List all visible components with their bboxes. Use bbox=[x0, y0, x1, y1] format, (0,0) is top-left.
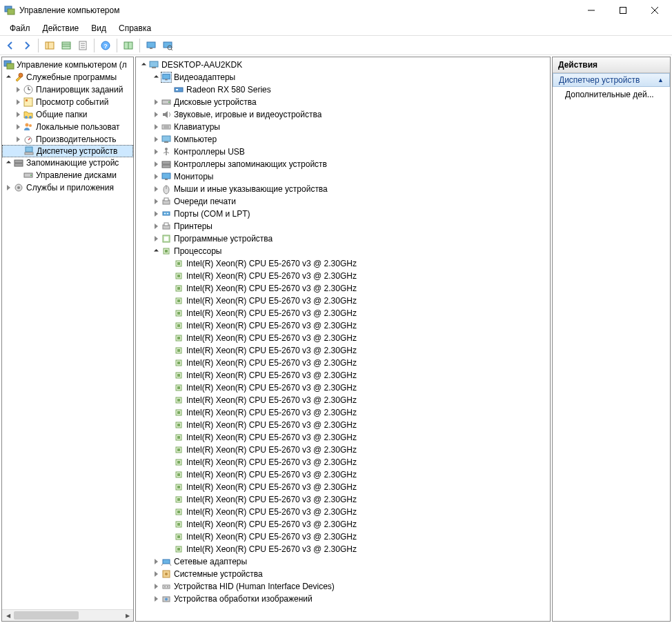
tree-sound[interactable]: Звуковые, игровые и видеоустройства bbox=[136, 108, 550, 121]
console-tree[interactable]: Управление компьютером (л Служебные прог… bbox=[2, 57, 133, 195]
monitor-button[interactable] bbox=[144, 38, 159, 53]
tree-keyboards[interactable]: Клавиатуры bbox=[136, 121, 550, 133]
tree-cpu-instance[interactable]: Intel(R) Xeon(R) CPU E5-2670 v3 @ 2.30GH… bbox=[136, 369, 550, 382]
tree-imaging[interactable]: Устройства обработки изображений bbox=[136, 593, 550, 605]
tree-root[interactable]: Управление компьютером (л bbox=[2, 59, 133, 71]
expand-toggle[interactable] bbox=[151, 250, 161, 253]
expand-toggle[interactable] bbox=[151, 211, 161, 217]
tree-host[interactable]: DESKTOP-AAU2KDK bbox=[136, 59, 550, 71]
tree-system-tools[interactable]: Служебные программы bbox=[2, 71, 133, 83]
actions-more-link[interactable]: Дополнительные дей... bbox=[553, 87, 670, 102]
minimize-button[interactable] bbox=[575, 0, 607, 21]
tree-disk-devices[interactable]: Дисковые устройства bbox=[136, 96, 550, 108]
scan-button[interactable] bbox=[160, 38, 175, 53]
tree-cpu-instance[interactable]: Intel(R) Xeon(R) CPU E5-2670 v3 @ 2.30GH… bbox=[136, 493, 550, 506]
tree-cpu-instance[interactable]: Intel(R) Xeon(R) CPU E5-2670 v3 @ 2.30GH… bbox=[136, 518, 550, 531]
scroll-left-button[interactable]: ◀ bbox=[2, 610, 14, 621]
expand-toggle[interactable] bbox=[151, 161, 161, 167]
expand-toggle[interactable] bbox=[151, 596, 161, 602]
tree-cpu-instance[interactable]: Intel(R) Xeon(R) CPU E5-2670 v3 @ 2.30GH… bbox=[136, 444, 550, 456]
tree-cpu-instance[interactable]: Intel(R) Xeon(R) CPU E5-2670 v3 @ 2.30GH… bbox=[136, 382, 550, 394]
expand-toggle[interactable] bbox=[151, 112, 161, 117]
expand-toggle[interactable] bbox=[151, 137, 161, 142]
expand-toggle[interactable] bbox=[151, 224, 161, 229]
actions-subheader[interactable]: Диспетчер устройств ▲ bbox=[553, 73, 670, 87]
tree-mice[interactable]: Мыши и иные указывающие устройства bbox=[136, 183, 550, 195]
tree-cpu-instance[interactable]: Intel(R) Xeon(R) CPU E5-2670 v3 @ 2.30GH… bbox=[136, 307, 550, 319]
expand-toggle[interactable] bbox=[151, 584, 161, 589]
expand-toggle[interactable] bbox=[13, 124, 23, 130]
expand-toggle[interactable] bbox=[151, 149, 161, 155]
tree-local-users[interactable]: Локальные пользоват bbox=[2, 121, 133, 133]
expand-toggle[interactable] bbox=[151, 76, 161, 79]
horizontal-scrollbar[interactable]: ◀ ▶ bbox=[2, 609, 133, 621]
tree-cpu-instance[interactable]: Intel(R) Xeon(R) CPU E5-2670 v3 @ 2.30GH… bbox=[136, 344, 550, 357]
refresh-button[interactable] bbox=[121, 38, 136, 53]
tree-cpu-instance[interactable]: Intel(R) Xeon(R) CPU E5-2670 v3 @ 2.30GH… bbox=[136, 332, 550, 344]
tree-performance[interactable]: Производительность bbox=[2, 133, 133, 146]
expand-toggle[interactable] bbox=[151, 124, 161, 130]
tree-network[interactable]: Сетевые адаптеры bbox=[136, 555, 550, 568]
tree-usb[interactable]: Контроллеры USB bbox=[136, 146, 550, 158]
tree-disk-management[interactable]: Управление дисками bbox=[2, 169, 133, 181]
tree-cpu-instance[interactable]: Intel(R) Xeon(R) CPU E5-2670 v3 @ 2.30GH… bbox=[136, 543, 550, 555]
expand-toggle[interactable] bbox=[151, 174, 161, 179]
tree-device-manager[interactable]: Диспетчер устройств bbox=[2, 145, 133, 157]
expand-toggle[interactable] bbox=[13, 137, 23, 142]
view-button[interactable] bbox=[59, 38, 74, 53]
tree-shared-folders[interactable]: Общие папки bbox=[2, 108, 133, 121]
tree-cpu-instance[interactable]: Intel(R) Xeon(R) CPU E5-2670 v3 @ 2.30GH… bbox=[136, 531, 550, 543]
expand-toggle[interactable] bbox=[13, 87, 23, 92]
scroll-thumb[interactable] bbox=[14, 611, 79, 620]
tree-processors[interactable]: Процессоры bbox=[136, 245, 550, 257]
tree-storage[interactable]: Запоминающие устройс bbox=[2, 157, 133, 169]
expand-toggle[interactable] bbox=[151, 199, 161, 204]
tree-printers[interactable]: Принтеры bbox=[136, 220, 550, 233]
tree-cpu-instance[interactable]: Intel(R) Xeon(R) CPU E5-2670 v3 @ 2.30GH… bbox=[136, 456, 550, 468]
tree-monitors[interactable]: Мониторы bbox=[136, 170, 550, 183]
tree-cpu-instance[interactable]: Intel(R) Xeon(R) CPU E5-2670 v3 @ 2.30GH… bbox=[136, 295, 550, 307]
tree-cpu-instance[interactable]: Intel(R) Xeon(R) CPU E5-2670 v3 @ 2.30GH… bbox=[136, 481, 550, 493]
properties-button[interactable] bbox=[75, 38, 90, 53]
menu-help[interactable]: Справка bbox=[113, 22, 157, 34]
tree-hid[interactable]: Устройства HID (Human Interface Devices) bbox=[136, 580, 550, 593]
forward-button[interactable] bbox=[19, 38, 34, 53]
expand-toggle[interactable] bbox=[151, 236, 161, 241]
scroll-right-button[interactable]: ▶ bbox=[121, 610, 133, 621]
tree-cpu-instance[interactable]: Intel(R) Xeon(R) CPU E5-2670 v3 @ 2.30GH… bbox=[136, 319, 550, 332]
expand-toggle[interactable] bbox=[151, 99, 161, 105]
close-button[interactable] bbox=[639, 0, 671, 21]
back-button[interactable] bbox=[3, 38, 18, 53]
tree-cpu-instance[interactable]: Intel(R) Xeon(R) CPU E5-2670 v3 @ 2.30GH… bbox=[136, 406, 550, 419]
expand-toggle[interactable] bbox=[139, 63, 148, 67]
tree-ports[interactable]: Порты (COM и LPT) bbox=[136, 208, 550, 220]
tree-cpu-instance[interactable]: Intel(R) Xeon(R) CPU E5-2670 v3 @ 2.30GH… bbox=[136, 270, 550, 282]
device-tree[interactable]: DESKTOP-AAU2KDKВидеоадаптерыRadeon RX 58… bbox=[136, 57, 550, 606]
tree-task-scheduler[interactable]: Планировщик заданий bbox=[2, 83, 133, 96]
menu-file[interactable]: Файл bbox=[4, 22, 36, 34]
maximize-button[interactable] bbox=[607, 0, 639, 21]
help-button[interactable]: ? bbox=[98, 38, 113, 53]
tree-services[interactable]: Службы и приложения bbox=[2, 181, 133, 194]
tree-cpu-instance[interactable]: Intel(R) Xeon(R) CPU E5-2670 v3 @ 2.30GH… bbox=[136, 431, 550, 444]
expand-toggle[interactable] bbox=[3, 76, 13, 79]
tree-cpu-instance[interactable]: Intel(R) Xeon(R) CPU E5-2670 v3 @ 2.30GH… bbox=[136, 468, 550, 481]
menu-view[interactable]: Вид bbox=[86, 22, 112, 34]
tree-gpu[interactable]: Radeon RX 580 Series bbox=[136, 83, 550, 96]
tree-cpu-instance[interactable]: Intel(R) Xeon(R) CPU E5-2670 v3 @ 2.30GH… bbox=[136, 419, 550, 431]
tree-cpu-instance[interactable]: Intel(R) Xeon(R) CPU E5-2670 v3 @ 2.30GH… bbox=[136, 506, 550, 518]
expand-toggle[interactable] bbox=[13, 99, 23, 105]
expand-toggle[interactable] bbox=[151, 186, 161, 192]
tree-event-viewer[interactable]: Просмотр событий bbox=[2, 96, 133, 108]
tree-cpu-instance[interactable]: Intel(R) Xeon(R) CPU E5-2670 v3 @ 2.30GH… bbox=[136, 282, 550, 295]
expand-toggle[interactable] bbox=[13, 112, 23, 117]
expand-toggle[interactable] bbox=[151, 571, 161, 577]
expand-toggle[interactable] bbox=[151, 559, 161, 564]
menu-action[interactable]: Действие bbox=[37, 22, 85, 34]
expand-toggle[interactable] bbox=[3, 161, 13, 165]
tree-storage-controllers[interactable]: Контроллеры запоминающих устройств bbox=[136, 158, 550, 170]
tree-cpu-instance[interactable]: Intel(R) Xeon(R) CPU E5-2670 v3 @ 2.30GH… bbox=[136, 257, 550, 270]
show-hide-tree-button[interactable] bbox=[42, 38, 57, 53]
tree-software-devices[interactable]: Программные устройства bbox=[136, 233, 550, 245]
expand-toggle[interactable] bbox=[3, 185, 13, 190]
